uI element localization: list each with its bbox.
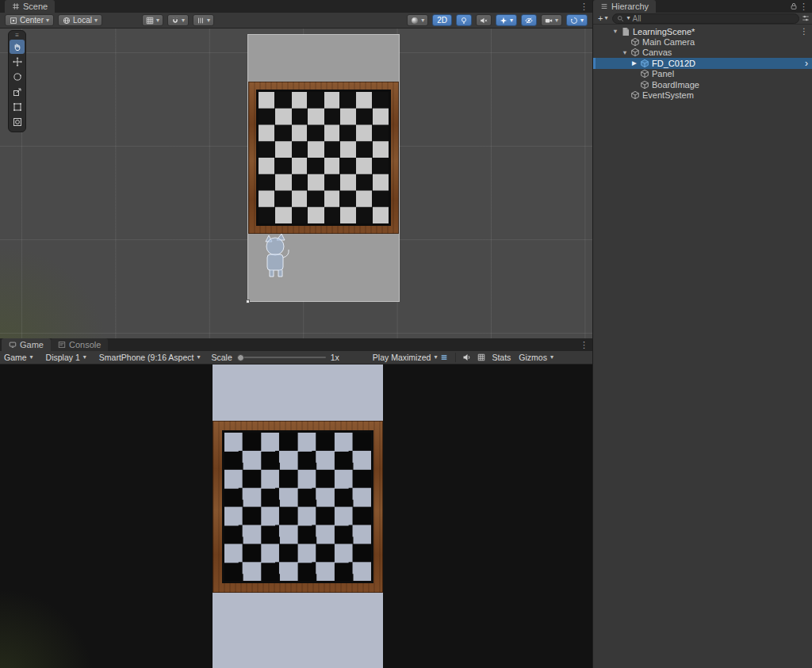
dropdown-caret-icon: ▾ bbox=[580, 17, 584, 24]
scene-options-kebab-icon[interactable]: ⋮ bbox=[800, 27, 808, 36]
hierarchy-item-label: Main Camera bbox=[642, 37, 695, 47]
foldout-closed-icon[interactable]: ▶ bbox=[630, 59, 639, 67]
pivot-mode-dropdown[interactable]: Center ▾ bbox=[5, 14, 54, 26]
board-image[interactable] bbox=[248, 82, 399, 234]
shading-mode-dropdown[interactable]: ▾ bbox=[407, 14, 428, 26]
hand-tool-button[interactable] bbox=[10, 40, 25, 54]
gizmos-label: Gizmos bbox=[519, 353, 547, 362]
aspect-ratio-dropdown[interactable]: SmartPhone (9:16 Aspect ▾ bbox=[99, 353, 201, 362]
scene-lighting-toggle[interactable] bbox=[456, 14, 472, 26]
orientation-mode-dropdown[interactable]: Local ▾ bbox=[58, 14, 102, 26]
tab-game[interactable]: Game bbox=[2, 338, 51, 351]
foldout-open-icon[interactable]: ▼ bbox=[611, 28, 620, 35]
gameobject-cube-icon bbox=[630, 90, 640, 100]
game-viewport[interactable] bbox=[0, 365, 592, 668]
rotate-arrows-icon bbox=[570, 17, 578, 25]
hierarchy-tabbar: Hierarchy ⋮ bbox=[593, 0, 812, 13]
game-panel-menu-icon[interactable]: ⋮ bbox=[580, 338, 588, 351]
sparkle-icon bbox=[500, 17, 508, 25]
plus-icon: + bbox=[598, 13, 603, 23]
stats-button[interactable]: Stats bbox=[492, 353, 511, 362]
scene-panel-menu-icon[interactable]: ⋮ bbox=[580, 0, 588, 13]
dropdown-caret-icon: ▾ bbox=[207, 17, 210, 24]
foldout-open-icon[interactable]: ▼ bbox=[620, 49, 630, 56]
game-panel: Game Console ⋮ Game ▾ Display 1 ▾ Sm bbox=[0, 338, 592, 668]
scene-camera-dropdown[interactable]: ▾ bbox=[541, 14, 562, 26]
unity-editor-window: Scene ⋮ Center ▾ Local ▾ bbox=[0, 0, 812, 668]
move-tool-button[interactable] bbox=[10, 55, 25, 69]
search-input[interactable] bbox=[632, 14, 795, 23]
pivot-icon bbox=[10, 17, 17, 25]
hierarchy-menu-icon[interactable]: ⋮ bbox=[799, 0, 808, 13]
display-dropdown[interactable]: Display 1 ▾ bbox=[46, 353, 86, 362]
snap-bars-icon bbox=[197, 17, 205, 25]
display-dropdown-label: Display 1 bbox=[46, 353, 80, 362]
open-prefab-arrow-icon[interactable]: › bbox=[805, 58, 808, 69]
rotate-tool-button[interactable] bbox=[10, 70, 25, 84]
scene-panel: Scene ⋮ Center ▾ Local ▾ bbox=[0, 0, 592, 338]
gameobject-cube-icon bbox=[630, 37, 640, 47]
game-board-inner-border bbox=[222, 430, 373, 583]
tab-console[interactable]: Console bbox=[51, 338, 108, 351]
hierarchy-item-canvas[interactable]: ▼ Canvas bbox=[593, 48, 812, 58]
game-toolbar: Game ▾ Display 1 ▾ SmartPhone (9:16 Aspe… bbox=[0, 351, 592, 365]
rect-tool-button[interactable] bbox=[10, 100, 25, 114]
grid-visibility-dropdown[interactable]: ▾ bbox=[142, 14, 163, 26]
shaded-sphere-icon bbox=[411, 17, 419, 25]
scale-slider-track[interactable] bbox=[237, 357, 326, 358]
scale-slider-thumb[interactable] bbox=[237, 354, 244, 361]
pivot-mode-label: Center bbox=[20, 16, 44, 25]
orientation-mode-label: Local bbox=[73, 16, 92, 25]
overlay-drag-handle[interactable]: ≡ bbox=[15, 32, 19, 39]
character-sprite[interactable] bbox=[259, 231, 296, 284]
orientation-gizmo-dropdown[interactable]: ▾ bbox=[566, 14, 588, 26]
scene-effects-dropdown[interactable]: ▾ bbox=[496, 14, 517, 26]
transform-tool-button[interactable] bbox=[10, 115, 25, 129]
hierarchy-item-panel[interactable]: Panel bbox=[593, 69, 812, 79]
search-filter-icon[interactable] bbox=[802, 14, 810, 22]
stats-grid-icon[interactable] bbox=[474, 352, 488, 363]
scale-tool-button[interactable] bbox=[10, 85, 25, 99]
hierarchy-tree: ▼ LearningScene* ⋮ Main Camera ▼ C bbox=[593, 25, 812, 101]
dropdown-caret-icon: ▾ bbox=[46, 17, 49, 24]
snap-increment-dropdown[interactable]: ▾ bbox=[193, 14, 214, 26]
play-maximized-dropdown[interactable]: Play Maximized ▾ bbox=[373, 353, 438, 362]
mute-audio-icon[interactable] bbox=[460, 352, 474, 363]
camera-icon bbox=[545, 17, 553, 25]
ui-canvas-rect[interactable] bbox=[248, 35, 399, 301]
scale-slider[interactable]: Scale 1x bbox=[211, 353, 339, 362]
hierarchy-item-label: Panel bbox=[652, 69, 674, 78]
tab-scene[interactable]: Scene bbox=[5, 0, 55, 13]
search-type-caret-icon[interactable]: ▾ bbox=[626, 15, 630, 21]
hierarchy-item-eventsystem[interactable]: EventSystem bbox=[593, 90, 812, 100]
hierarchy-item-main-camera[interactable]: Main Camera bbox=[593, 36, 812, 47]
hierarchy-item-boardimage[interactable]: BoardImage bbox=[593, 79, 812, 90]
tab-hierarchy[interactable]: Hierarchy bbox=[593, 0, 656, 13]
game-view-dropdown[interactable]: Game ▾ bbox=[4, 353, 33, 362]
scene-visibility-toggle[interactable] bbox=[521, 14, 537, 26]
game-tabbar: Game Console ⋮ bbox=[0, 338, 592, 351]
dropdown-caret-icon: ▾ bbox=[197, 354, 200, 361]
gizmos-dropdown[interactable]: Gizmos ▾ bbox=[519, 353, 553, 362]
game-view-icon bbox=[9, 341, 17, 349]
tab-game-label: Game bbox=[20, 340, 44, 349]
speaker-muted-icon bbox=[480, 17, 488, 25]
hierarchy-item-fd-c012d[interactable]: ▶ FD_C012D › bbox=[593, 58, 812, 68]
hierarchy-search-field[interactable]: ▾ bbox=[612, 13, 799, 24]
checkerboard bbox=[259, 92, 389, 223]
2d-mode-toggle[interactable]: 2D bbox=[432, 14, 452, 26]
hierarchy-item-learningscene[interactable]: ▼ LearningScene* ⋮ bbox=[593, 26, 812, 36]
lock-icon[interactable] bbox=[790, 0, 798, 13]
snap-settings-dropdown[interactable]: ▾ bbox=[167, 14, 189, 26]
hierarchy-list-icon bbox=[600, 2, 608, 10]
rect-corner-handle[interactable] bbox=[246, 300, 250, 303]
scale-label: Scale bbox=[211, 353, 232, 362]
scene-view-options: ▾ 2D bbox=[407, 14, 588, 26]
scene-audio-toggle[interactable] bbox=[476, 14, 492, 26]
grid-icon bbox=[146, 17, 154, 25]
frame-capture-icon[interactable] bbox=[437, 352, 451, 363]
create-object-dropdown[interactable]: + ▾ bbox=[596, 13, 610, 23]
dropdown-caret-icon: ▾ bbox=[182, 17, 185, 24]
scene-viewport[interactable]: ≡ bbox=[0, 29, 592, 338]
tab-hierarchy-label: Hierarchy bbox=[611, 2, 649, 11]
